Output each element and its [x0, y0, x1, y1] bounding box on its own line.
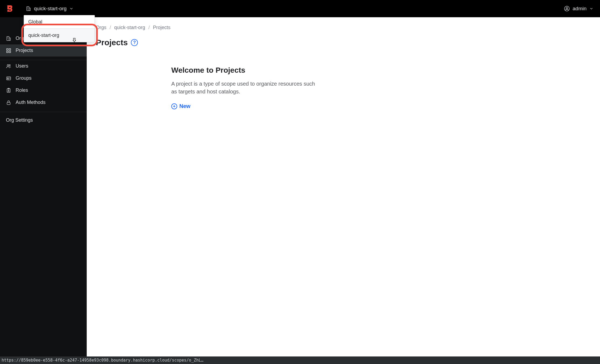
svg-point-6: [566, 7, 568, 9]
sidebar-item-auth-methods[interactable]: Auth Methods: [0, 96, 87, 108]
chevron-down-icon: [69, 6, 74, 11]
chevron-down-icon: [589, 6, 594, 11]
sidebar-item-label: Groups: [16, 75, 32, 81]
grid-icon: [6, 48, 11, 53]
lock-icon: [6, 100, 11, 105]
plus-circle-icon: +: [171, 103, 177, 109]
user-menu[interactable]: admin: [564, 6, 594, 12]
svg-rect-0: [27, 7, 29, 11]
svg-rect-11: [7, 48, 8, 50]
sidebar-item-roles[interactable]: Roles: [0, 84, 87, 96]
sidebar-item-users[interactable]: Users: [0, 60, 87, 72]
breadcrumb-separator: /: [148, 25, 150, 30]
status-bar: https://859eb0ee-e558-4f6c-a247-14958e93…: [0, 356, 600, 364]
svg-rect-14: [9, 51, 11, 52]
new-project-link[interactable]: + New: [171, 103, 190, 109]
sidebar-item-projects[interactable]: Projects: [0, 44, 87, 57]
user-circle-icon: [564, 6, 570, 12]
sidebar-item-label: Roles: [16, 88, 28, 93]
svg-point-23: [8, 90, 9, 91]
scope-selector[interactable]: quick-start-org: [26, 6, 74, 12]
empty-state-description: A project is a type of scope used to org…: [171, 80, 322, 96]
org-icon: [26, 6, 31, 11]
svg-rect-24: [7, 102, 10, 104]
scope-selected-label: quick-start-org: [34, 6, 67, 12]
sidebar: Orgs Projects: [0, 17, 87, 356]
breadcrumb-orgs[interactable]: Orgs: [96, 25, 106, 30]
page-title: Projects: [96, 38, 128, 47]
id-badge-icon: [6, 76, 11, 81]
breadcrumb-org-name[interactable]: quick-start-org: [114, 25, 145, 30]
dropdown-item-global[interactable]: Global: [24, 15, 95, 29]
boundary-logo-icon: [6, 5, 13, 12]
app-header: quick-start-org admin: [0, 0, 600, 17]
svg-point-5: [564, 6, 569, 11]
user-label: admin: [573, 6, 587, 12]
sidebar-item-label: Auth Methods: [16, 100, 46, 105]
empty-state-title: Welcome to Projects: [171, 66, 322, 75]
svg-rect-1: [29, 8, 30, 11]
svg-rect-13: [7, 51, 8, 52]
breadcrumb-separator: /: [110, 25, 111, 30]
new-link-label: New: [179, 103, 190, 109]
svg-rect-8: [9, 38, 11, 40]
help-icon[interactable]: ?: [131, 39, 138, 46]
svg-point-18: [8, 78, 9, 79]
svg-rect-7: [7, 36, 9, 40]
sidebar-item-label: Org Settings: [6, 117, 33, 123]
breadcrumb-projects: Projects: [153, 25, 170, 30]
scope-dropdown: Global quick-start-org: [24, 15, 95, 42]
svg-point-16: [9, 64, 10, 65]
svg-point-15: [7, 64, 9, 66]
clipboard-icon: [6, 88, 11, 93]
sidebar-item-label: Projects: [16, 48, 33, 53]
org-icon: [6, 36, 11, 41]
sidebar-item-groups[interactable]: Groups: [0, 72, 87, 84]
status-url: https://859eb0ee-e558-4f6c-a247-14958e93…: [2, 358, 204, 363]
sidebar-item-label: Users: [16, 63, 28, 69]
empty-state: Welcome to Projects A project is a type …: [171, 66, 322, 109]
dropdown-item-quick-start-org[interactable]: quick-start-org: [24, 29, 95, 42]
sidebar-item-org-settings[interactable]: Org Settings: [0, 112, 87, 128]
app-logo[interactable]: [3, 2, 16, 15]
users-icon: [6, 64, 11, 69]
breadcrumb: Orgs / quick-start-org / Projects: [96, 25, 591, 30]
main-content: Orgs / quick-start-org / Projects Projec…: [87, 17, 600, 356]
svg-rect-12: [9, 48, 11, 50]
